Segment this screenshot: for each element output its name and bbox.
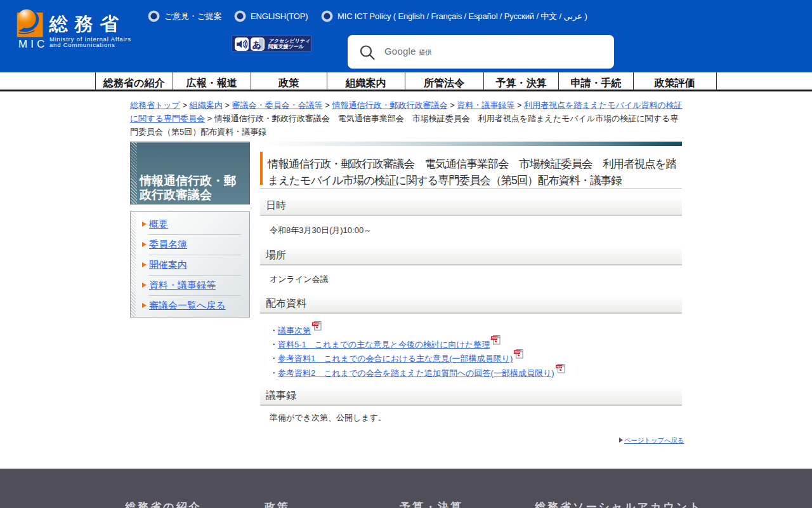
svg-text:PDF: PDF <box>313 323 318 326</box>
svg-text:PDF: PDF <box>556 365 562 368</box>
svg-text:PDF: PDF <box>514 351 520 354</box>
svg-text:PDF: PDF <box>492 337 497 340</box>
